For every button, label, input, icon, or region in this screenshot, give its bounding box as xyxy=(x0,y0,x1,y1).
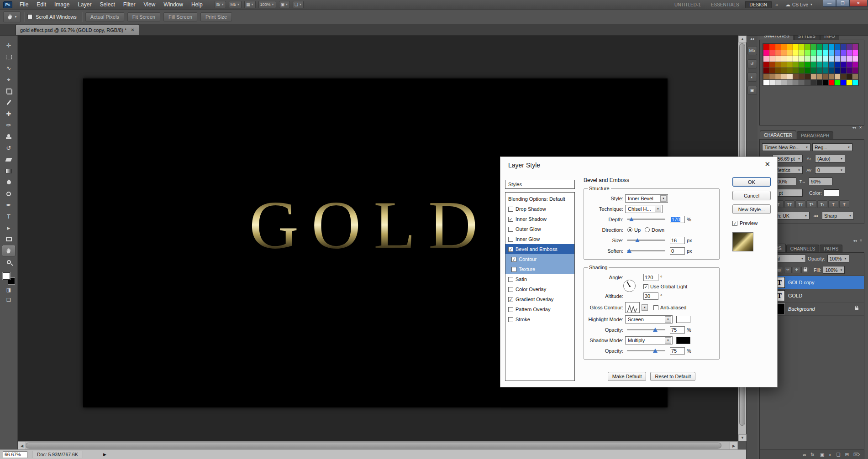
tool-preset-picker[interactable]: ▼ xyxy=(3,11,21,22)
delete-layer-icon[interactable]: ⌦ xyxy=(853,452,860,457)
scroll-all-windows-checkbox[interactable] xyxy=(27,14,32,19)
style-item-texture[interactable]: Texture xyxy=(505,264,574,274)
swatch[interactable] xyxy=(829,44,834,50)
swatch[interactable] xyxy=(787,50,793,56)
swatch[interactable] xyxy=(805,62,810,68)
scroll-right-icon[interactable]: ▶ xyxy=(730,442,738,450)
screen-mode-button[interactable]: ❏ xyxy=(2,295,16,305)
shadow-color-swatch[interactable] xyxy=(676,337,690,344)
swatch[interactable] xyxy=(847,74,852,79)
swatch[interactable] xyxy=(763,74,769,79)
text-color-swatch[interactable] xyxy=(824,189,839,196)
swatch[interactable] xyxy=(847,56,852,62)
swatch[interactable] xyxy=(775,74,781,79)
swatch[interactable] xyxy=(805,80,810,85)
swatch[interactable] xyxy=(775,44,781,50)
zoom-level-field[interactable]: 100%▼ xyxy=(258,1,276,8)
soften-slider[interactable] xyxy=(627,250,665,251)
swatch[interactable] xyxy=(763,68,769,73)
swatch[interactable] xyxy=(847,68,852,73)
swatch[interactable] xyxy=(793,50,799,56)
swatch[interactable] xyxy=(799,50,805,56)
swatch[interactable] xyxy=(799,56,805,62)
history-brush-tool[interactable]: ↺ xyxy=(2,142,16,154)
brush-tool[interactable]: ✑ xyxy=(2,120,16,131)
direction-down-radio[interactable] xyxy=(645,227,650,232)
style-item-inner-shadow[interactable]: ✓Inner Shadow xyxy=(505,214,574,224)
swatch[interactable] xyxy=(769,44,775,50)
swatch[interactable] xyxy=(823,62,828,68)
font-family-select[interactable]: Times New Ro...▼ xyxy=(762,143,810,151)
scroll-left-icon[interactable]: ◀ xyxy=(18,442,26,450)
close-icon[interactable]: ✕ xyxy=(859,125,862,130)
swatch[interactable] xyxy=(787,56,793,62)
style-item-checkbox[interactable] xyxy=(508,227,513,232)
slider-thumb[interactable] xyxy=(635,238,640,242)
path-selection-tool[interactable]: ▸ xyxy=(2,222,16,234)
shadow-opacity-input[interactable]: 75 xyxy=(670,347,685,355)
swatch[interactable] xyxy=(841,80,846,85)
subscript-button[interactable]: T₁ xyxy=(817,200,827,208)
swatch[interactable] xyxy=(841,74,846,79)
swatch[interactable] xyxy=(781,62,787,68)
font-style-select[interactable]: Reg...▼ xyxy=(812,143,852,151)
close-icon[interactable]: ✕ xyxy=(131,27,134,32)
eraser-tool[interactable] xyxy=(2,154,16,165)
quick-selection-tool[interactable]: ⌖ xyxy=(2,74,16,85)
style-item-blending-options-default[interactable]: Blending Options: Default xyxy=(505,194,574,204)
swatch[interactable] xyxy=(847,62,852,68)
swatch[interactable] xyxy=(811,74,816,79)
swatch[interactable] xyxy=(775,56,781,62)
depth-slider[interactable] xyxy=(627,219,665,220)
style-item-stroke[interactable]: Stroke xyxy=(505,314,574,324)
clone-stamp-tool[interactable] xyxy=(2,131,16,142)
size-input[interactable]: 16 xyxy=(670,237,685,244)
swatch[interactable] xyxy=(769,74,775,79)
altitude-input[interactable]: 30 xyxy=(643,292,658,300)
style-item-checkbox[interactable]: ✓ xyxy=(511,257,516,262)
swatch[interactable] xyxy=(769,56,775,62)
swatch[interactable] xyxy=(805,56,810,62)
mini-bridge-icon[interactable]: Mb▼ xyxy=(229,1,242,8)
swatch[interactable] xyxy=(835,50,840,56)
zoom-tool[interactable] xyxy=(2,256,16,268)
swatch[interactable] xyxy=(793,74,799,79)
tab-channels[interactable]: CHANNELS xyxy=(786,245,819,252)
style-item-checkbox[interactable] xyxy=(508,307,513,312)
swatch[interactable] xyxy=(847,80,852,85)
size-slider[interactable] xyxy=(627,240,665,241)
swatch[interactable] xyxy=(787,62,793,68)
style-item-gradient-overlay[interactable]: ✓Gradient Overlay xyxy=(505,294,574,304)
swatch[interactable] xyxy=(775,50,781,56)
swatch[interactable] xyxy=(829,74,834,79)
horizontal-scroll-thumb[interactable] xyxy=(26,443,721,449)
swatch[interactable] xyxy=(811,62,816,68)
scroll-down-icon[interactable]: ▼ xyxy=(738,434,747,441)
swatch[interactable] xyxy=(763,50,769,56)
menu-image[interactable]: Image xyxy=(50,0,74,9)
shadow-mode-select[interactable]: Multiply▼ xyxy=(625,336,673,344)
style-item-color-overlay[interactable]: Color Overlay xyxy=(505,284,574,294)
chevron-down-icon[interactable]: ▼ xyxy=(642,304,648,311)
menu-layer[interactable]: Layer xyxy=(74,0,95,9)
tab-paragraph[interactable]: PARAGRAPH xyxy=(797,131,833,139)
swatch[interactable] xyxy=(841,50,846,56)
swatch[interactable] xyxy=(787,74,793,79)
screen-mode-icon[interactable]: ❏▼ xyxy=(293,1,304,8)
swatch[interactable] xyxy=(835,74,840,79)
horizontal-scale-field[interactable]: 90% xyxy=(809,177,832,185)
swatch[interactable] xyxy=(805,44,810,50)
collapse-panel-icon[interactable]: ◂◂ xyxy=(853,239,857,243)
style-item-checkbox[interactable] xyxy=(508,277,513,282)
style-item-checkbox[interactable]: ✓ xyxy=(508,247,513,252)
arrange-documents-icon[interactable]: ▣▼ xyxy=(279,1,290,8)
swatch[interactable] xyxy=(775,62,781,68)
swatch[interactable] xyxy=(793,62,799,68)
swatch[interactable] xyxy=(799,80,805,85)
print-size-button[interactable]: Print Size xyxy=(200,12,232,21)
swatch[interactable] xyxy=(805,74,810,79)
layer-style-icon[interactable]: fx. xyxy=(810,452,815,457)
depth-input[interactable]: 170 xyxy=(670,216,685,223)
lock-position-icon[interactable]: ✛ xyxy=(793,267,800,273)
panel-menu-icon[interactable]: ≡ xyxy=(860,239,862,243)
